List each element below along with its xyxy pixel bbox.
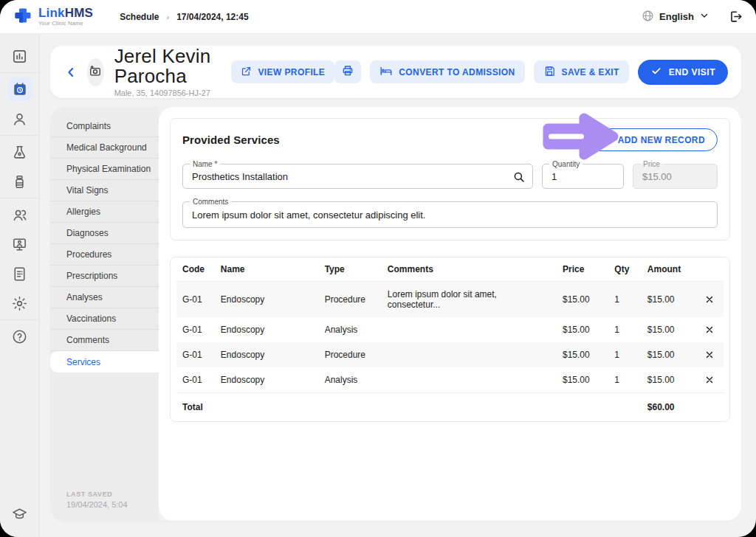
app-window: LinkHMS Your Clinic Name Schedule › 17/0… bbox=[0, 0, 756, 537]
add-new-record-button[interactable]: ADD NEW RECORD bbox=[588, 128, 718, 151]
delete-row-button[interactable] bbox=[702, 294, 718, 305]
add-photo-camera-icon bbox=[88, 63, 103, 81]
cell-qty: 1 bbox=[608, 282, 641, 318]
price-input bbox=[633, 164, 717, 188]
rail-divider bbox=[0, 319, 40, 320]
patient-photo-placeholder[interactable] bbox=[87, 58, 104, 86]
services-panel: Provided Services ADD NEW RECORD Name * bbox=[159, 107, 741, 521]
provided-services-card: Provided Services ADD NEW RECORD Name * bbox=[170, 118, 730, 240]
logout-icon[interactable] bbox=[729, 10, 743, 24]
cell-qty: 1 bbox=[608, 367, 641, 393]
cell-amount: $15.00 bbox=[642, 367, 696, 393]
workstation-icon[interactable] bbox=[0, 229, 40, 259]
quantity-input[interactable] bbox=[543, 164, 623, 188]
open-in-new-icon bbox=[241, 66, 252, 79]
cell-code: G-01 bbox=[176, 317, 215, 342]
table-header-row: Code Name Type Comments Price Qty Amount bbox=[176, 257, 724, 282]
breadcrumb-schedule[interactable]: Schedule bbox=[120, 12, 159, 22]
cell-type: Analysis bbox=[319, 367, 382, 393]
breadcrumb-current-visit: 17/04/2024, 12:45 bbox=[176, 12, 248, 22]
delete-row-button[interactable] bbox=[702, 325, 718, 335]
table-row: G-01 Endoscopy Procedure Lorem ipsum dol… bbox=[176, 282, 724, 318]
cell-comments bbox=[382, 342, 557, 367]
service-name-field[interactable]: Name * bbox=[182, 164, 533, 189]
rail-divider bbox=[0, 198, 40, 198]
rail-divider bbox=[0, 135, 40, 136]
comments-input[interactable] bbox=[183, 202, 717, 227]
print-button[interactable] bbox=[334, 60, 361, 83]
services-table-card: Code Name Type Comments Price Qty Amount bbox=[170, 257, 730, 422]
col-header-name: Name bbox=[215, 257, 319, 282]
patients-icon[interactable] bbox=[0, 104, 40, 134]
cell-price: $15.00 bbox=[557, 342, 608, 367]
search-icon[interactable] bbox=[512, 170, 526, 187]
chevron-down-icon bbox=[699, 10, 709, 23]
col-header-comments: Comments bbox=[382, 257, 557, 282]
top-bar: LinkHMS Your Clinic Name Schedule › 17/0… bbox=[0, 0, 756, 34]
convert-to-admission-button[interactable]: CONVERT TO ADMISSION bbox=[370, 60, 524, 83]
breadcrumb: Schedule › 17/04/2024, 12:45 bbox=[120, 12, 248, 22]
cell-comments: Lorem ipsum dolor sit amet, consectetur.… bbox=[382, 282, 557, 318]
section-title: Provided Services bbox=[182, 134, 280, 146]
sidebar-item-prescriptions[interactable]: Prescriptions bbox=[50, 266, 159, 287]
cell-code: G-01 bbox=[176, 367, 215, 393]
hospital-bed-icon bbox=[379, 64, 393, 80]
cell-code: G-01 bbox=[176, 342, 215, 367]
sidebar-item-comments[interactable]: Comments bbox=[50, 330, 159, 351]
delete-row-button[interactable] bbox=[702, 375, 718, 385]
col-header-type: Type bbox=[319, 257, 382, 282]
last-saved: LAST SAVED 19/04/2024, 5:04 bbox=[66, 491, 128, 509]
save-exit-button[interactable]: SAVE & EXIT bbox=[534, 60, 629, 83]
help-icon[interactable] bbox=[0, 322, 40, 351]
comments-field[interactable]: Comments bbox=[182, 201, 718, 228]
cell-amount: $15.00 bbox=[642, 282, 696, 318]
pharmacy-icon[interactable] bbox=[0, 167, 40, 196]
delete-row-button[interactable] bbox=[702, 350, 718, 360]
sidebar-item-complaints[interactable]: Complaints bbox=[50, 116, 159, 137]
language-selector[interactable]: English bbox=[642, 10, 709, 24]
sidebar-item-allergies[interactable]: Allergies bbox=[50, 201, 159, 223]
last-saved-value: 19/04/2024, 5:04 bbox=[66, 500, 128, 509]
education-icon[interactable] bbox=[0, 499, 40, 528]
dashboard-icon[interactable] bbox=[0, 41, 40, 71]
sidebar-item-procedures[interactable]: Procedures bbox=[50, 244, 159, 266]
brand-logo: LinkHMS Your Clinic Name bbox=[13, 6, 93, 28]
cell-qty: 1 bbox=[608, 342, 641, 367]
col-header-actions bbox=[696, 257, 724, 282]
visit-section-nav: Complaints Medical Background Physical E… bbox=[50, 107, 159, 521]
cell-amount: $15.00 bbox=[642, 317, 696, 342]
cell-price: $15.00 bbox=[557, 317, 608, 342]
cell-code: G-01 bbox=[176, 282, 215, 318]
sidebar-item-services[interactable]: Services bbox=[50, 351, 159, 373]
back-button[interactable] bbox=[63, 63, 78, 81]
view-profile-button[interactable]: VIEW PROFILE bbox=[231, 60, 334, 83]
patient-meta: Male, 35, 14097856-HJ-27 bbox=[114, 89, 219, 97]
brand-tagline: Your Clinic Name bbox=[38, 21, 93, 27]
sidebar-item-physical-examination[interactable]: Physical Examination bbox=[50, 159, 159, 180]
total-label: Total bbox=[176, 393, 215, 422]
staff-icon[interactable] bbox=[0, 200, 40, 229]
cell-qty: 1 bbox=[608, 317, 641, 342]
globe-icon bbox=[642, 10, 654, 24]
medical-cross-icon bbox=[13, 6, 32, 28]
end-visit-button[interactable]: END VISIT bbox=[638, 60, 728, 85]
sidebar-item-diagnoses[interactable]: Diagnoses bbox=[50, 223, 159, 244]
sidebar-item-vaccinations[interactable]: Vaccinations bbox=[50, 308, 159, 330]
service-name-input[interactable] bbox=[183, 164, 532, 188]
settings-icon[interactable] bbox=[0, 288, 40, 318]
language-label: English bbox=[659, 11, 694, 22]
sidebar-item-medical-background[interactable]: Medical Background bbox=[50, 137, 159, 159]
billing-icon[interactable] bbox=[0, 259, 40, 288]
cell-price: $15.00 bbox=[557, 367, 608, 393]
schedule-icon-active[interactable] bbox=[0, 75, 40, 104]
cell-name: Endoscopy bbox=[215, 342, 319, 367]
sidebar-item-vital-signs[interactable]: Vital Signs bbox=[50, 180, 159, 201]
visit-body: Complaints Medical Background Physical E… bbox=[50, 107, 741, 521]
cell-price: $15.00 bbox=[557, 282, 608, 318]
cell-name: Endoscopy bbox=[215, 282, 319, 318]
cell-type: Procedure bbox=[319, 282, 382, 318]
laboratory-icon[interactable] bbox=[0, 137, 40, 167]
sidebar-item-analyses[interactable]: Analyses bbox=[50, 287, 159, 308]
patient-name: Jerel Kevin Parocha bbox=[114, 46, 219, 87]
quantity-field[interactable]: Quantity bbox=[542, 164, 624, 189]
